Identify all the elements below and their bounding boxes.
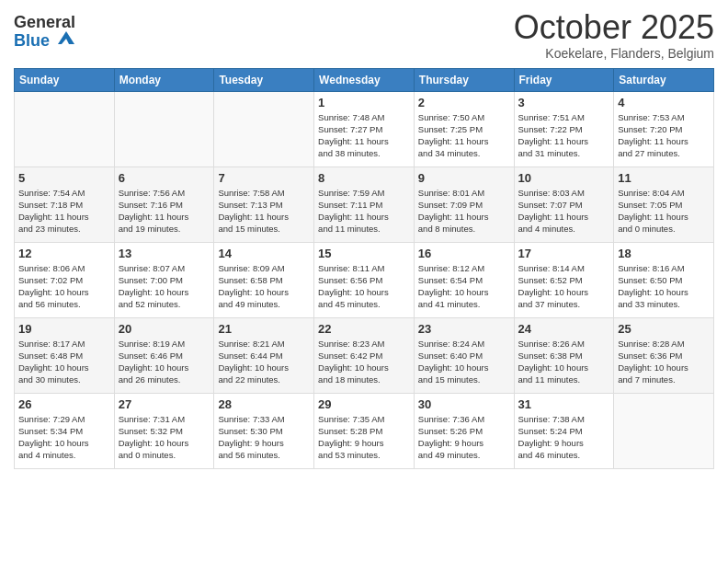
weekday-header-friday: Friday bbox=[514, 68, 614, 91]
weekday-header-saturday: Saturday bbox=[614, 68, 714, 91]
day-number: 23 bbox=[418, 322, 510, 336]
calendar-cell: 11Sunrise: 8:04 AM Sunset: 7:05 PM Dayli… bbox=[614, 167, 714, 242]
weekday-header-thursday: Thursday bbox=[414, 68, 514, 91]
calendar-cell: 5Sunrise: 7:54 AM Sunset: 7:18 PM Daylig… bbox=[15, 167, 115, 242]
calendar-cell: 4Sunrise: 7:53 AM Sunset: 7:20 PM Daylig… bbox=[614, 91, 714, 167]
calendar-cell: 1Sunrise: 7:48 AM Sunset: 7:27 PM Daylig… bbox=[314, 91, 415, 167]
day-number: 31 bbox=[518, 397, 610, 411]
day-number: 5 bbox=[18, 171, 110, 185]
calendar-cell: 30Sunrise: 7:36 AM Sunset: 5:26 PM Dayli… bbox=[414, 393, 514, 468]
day-info: Sunrise: 7:38 AM Sunset: 5:24 PM Dayligh… bbox=[518, 413, 610, 462]
weekday-header-wednesday: Wednesday bbox=[314, 68, 415, 91]
day-info: Sunrise: 8:26 AM Sunset: 6:38 PM Dayligh… bbox=[518, 338, 610, 386]
calendar-cell: 10Sunrise: 8:03 AM Sunset: 7:07 PM Dayli… bbox=[514, 167, 614, 242]
calendar-cell: 26Sunrise: 7:29 AM Sunset: 5:34 PM Dayli… bbox=[15, 393, 115, 468]
day-number: 1 bbox=[318, 96, 410, 109]
day-number: 21 bbox=[218, 322, 310, 336]
day-number: 2 bbox=[418, 96, 510, 109]
calendar-cell: 27Sunrise: 7:31 AM Sunset: 5:32 PM Dayli… bbox=[114, 393, 214, 468]
day-number: 29 bbox=[318, 397, 410, 411]
calendar-cell bbox=[114, 91, 214, 167]
day-info: Sunrise: 8:01 AM Sunset: 7:09 PM Dayligh… bbox=[418, 187, 510, 236]
day-number: 26 bbox=[18, 397, 110, 411]
day-number: 28 bbox=[218, 397, 310, 411]
day-info: Sunrise: 8:07 AM Sunset: 7:00 PM Dayligh… bbox=[119, 262, 210, 311]
calendar-cell: 6Sunrise: 7:56 AM Sunset: 7:16 PM Daylig… bbox=[114, 167, 214, 242]
calendar-cell: 16Sunrise: 8:12 AM Sunset: 6:54 PM Dayli… bbox=[414, 242, 514, 317]
day-number: 24 bbox=[518, 322, 610, 336]
day-number: 19 bbox=[18, 322, 110, 336]
week-row-2: 12Sunrise: 8:06 AM Sunset: 7:02 PM Dayli… bbox=[15, 242, 714, 317]
month-title: October 2025 bbox=[514, 9, 714, 46]
day-info: Sunrise: 8:03 AM Sunset: 7:07 PM Dayligh… bbox=[518, 187, 610, 236]
day-number: 18 bbox=[618, 247, 710, 260]
day-info: Sunrise: 8:23 AM Sunset: 6:42 PM Dayligh… bbox=[318, 338, 410, 386]
weekday-header-monday: Monday bbox=[114, 68, 214, 91]
day-info: Sunrise: 7:31 AM Sunset: 5:32 PM Dayligh… bbox=[119, 413, 210, 462]
logo-text: General Blue bbox=[14, 14, 76, 51]
day-info: Sunrise: 8:11 AM Sunset: 6:56 PM Dayligh… bbox=[318, 262, 410, 311]
day-info: Sunrise: 7:51 AM Sunset: 7:22 PM Dayligh… bbox=[518, 111, 610, 160]
location: Koekelare, Flanders, Belgium bbox=[514, 46, 714, 61]
calendar-cell: 21Sunrise: 8:21 AM Sunset: 6:44 PM Dayli… bbox=[214, 317, 314, 393]
calendar-cell: 24Sunrise: 8:26 AM Sunset: 6:38 PM Dayli… bbox=[514, 317, 614, 393]
day-number: 16 bbox=[418, 247, 510, 260]
day-number: 11 bbox=[618, 171, 710, 185]
day-info: Sunrise: 8:12 AM Sunset: 6:54 PM Dayligh… bbox=[418, 262, 510, 311]
weekday-header-tuesday: Tuesday bbox=[214, 68, 314, 91]
day-info: Sunrise: 8:28 AM Sunset: 6:36 PM Dayligh… bbox=[618, 338, 710, 386]
week-row-1: 5Sunrise: 7:54 AM Sunset: 7:18 PM Daylig… bbox=[15, 167, 714, 242]
day-info: Sunrise: 7:35 AM Sunset: 5:28 PM Dayligh… bbox=[318, 413, 410, 462]
day-number: 8 bbox=[318, 171, 410, 185]
day-info: Sunrise: 7:33 AM Sunset: 5:30 PM Dayligh… bbox=[218, 413, 310, 462]
calendar-cell: 29Sunrise: 7:35 AM Sunset: 5:28 PM Dayli… bbox=[314, 393, 415, 468]
calendar-cell bbox=[614, 393, 714, 468]
day-info: Sunrise: 8:19 AM Sunset: 6:46 PM Dayligh… bbox=[119, 338, 210, 386]
calendar-cell: 12Sunrise: 8:06 AM Sunset: 7:02 PM Dayli… bbox=[15, 242, 115, 317]
day-info: Sunrise: 7:48 AM Sunset: 7:27 PM Dayligh… bbox=[318, 111, 410, 160]
calendar-cell: 3Sunrise: 7:51 AM Sunset: 7:22 PM Daylig… bbox=[514, 91, 614, 167]
day-number: 10 bbox=[518, 171, 610, 185]
calendar-cell: 15Sunrise: 8:11 AM Sunset: 6:56 PM Dayli… bbox=[314, 242, 415, 317]
calendar-cell: 20Sunrise: 8:19 AM Sunset: 6:46 PM Dayli… bbox=[114, 317, 214, 393]
day-number: 13 bbox=[119, 247, 210, 260]
calendar-cell: 25Sunrise: 8:28 AM Sunset: 6:36 PM Dayli… bbox=[614, 317, 714, 393]
day-number: 6 bbox=[119, 171, 210, 185]
day-info: Sunrise: 8:21 AM Sunset: 6:44 PM Dayligh… bbox=[218, 338, 310, 386]
logo-blue: Blue bbox=[14, 32, 76, 51]
calendar-cell: 28Sunrise: 7:33 AM Sunset: 5:30 PM Dayli… bbox=[214, 393, 314, 468]
day-info: Sunrise: 8:17 AM Sunset: 6:48 PM Dayligh… bbox=[18, 338, 110, 386]
calendar-cell: 19Sunrise: 8:17 AM Sunset: 6:48 PM Dayli… bbox=[15, 317, 115, 393]
calendar-cell: 8Sunrise: 7:59 AM Sunset: 7:11 PM Daylig… bbox=[314, 167, 415, 242]
day-info: Sunrise: 8:16 AM Sunset: 6:50 PM Dayligh… bbox=[618, 262, 710, 311]
logo-icon bbox=[56, 28, 76, 48]
day-info: Sunrise: 8:14 AM Sunset: 6:52 PM Dayligh… bbox=[518, 262, 610, 311]
day-number: 27 bbox=[119, 397, 210, 411]
day-info: Sunrise: 7:59 AM Sunset: 7:11 PM Dayligh… bbox=[318, 187, 410, 236]
title-area: October 2025 Koekelare, Flanders, Belgiu… bbox=[514, 9, 714, 61]
day-info: Sunrise: 7:29 AM Sunset: 5:34 PM Dayligh… bbox=[18, 413, 110, 462]
day-info: Sunrise: 8:06 AM Sunset: 7:02 PM Dayligh… bbox=[18, 262, 110, 311]
page: General Blue October 2025 Koekelare, Fla… bbox=[0, 0, 728, 563]
calendar-cell: 2Sunrise: 7:50 AM Sunset: 7:25 PM Daylig… bbox=[414, 91, 514, 167]
day-info: Sunrise: 7:36 AM Sunset: 5:26 PM Dayligh… bbox=[418, 413, 510, 462]
week-row-3: 19Sunrise: 8:17 AM Sunset: 6:48 PM Dayli… bbox=[15, 317, 714, 393]
day-info: Sunrise: 7:54 AM Sunset: 7:18 PM Dayligh… bbox=[18, 187, 110, 236]
week-row-4: 26Sunrise: 7:29 AM Sunset: 5:34 PM Dayli… bbox=[15, 393, 714, 468]
day-number: 4 bbox=[618, 96, 710, 109]
day-number: 7 bbox=[218, 171, 310, 185]
day-number: 20 bbox=[119, 322, 210, 336]
weekday-header-sunday: Sunday bbox=[15, 68, 115, 91]
calendar-cell: 9Sunrise: 8:01 AM Sunset: 7:09 PM Daylig… bbox=[414, 167, 514, 242]
day-info: Sunrise: 7:53 AM Sunset: 7:20 PM Dayligh… bbox=[618, 111, 710, 160]
calendar-cell: 13Sunrise: 8:07 AM Sunset: 7:00 PM Dayli… bbox=[114, 242, 214, 317]
calendar-cell bbox=[15, 91, 115, 167]
weekday-header-row: SundayMondayTuesdayWednesdayThursdayFrid… bbox=[15, 68, 714, 91]
calendar-cell: 22Sunrise: 8:23 AM Sunset: 6:42 PM Dayli… bbox=[314, 317, 415, 393]
calendar-cell bbox=[214, 91, 314, 167]
calendar-cell: 18Sunrise: 8:16 AM Sunset: 6:50 PM Dayli… bbox=[614, 242, 714, 317]
week-row-0: 1Sunrise: 7:48 AM Sunset: 7:27 PM Daylig… bbox=[15, 91, 714, 167]
day-number: 12 bbox=[18, 247, 110, 260]
day-number: 15 bbox=[318, 247, 410, 260]
day-number: 14 bbox=[218, 247, 310, 260]
